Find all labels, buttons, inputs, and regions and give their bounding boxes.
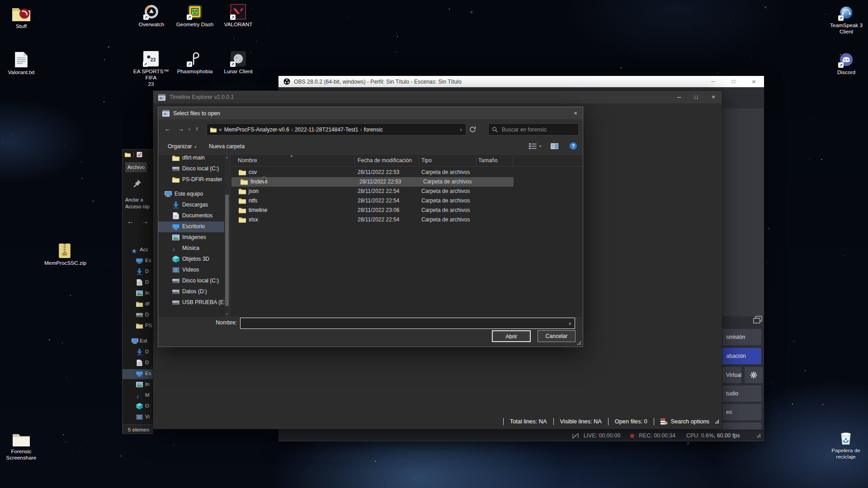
pin-icon[interactable] [132,178,142,188]
explorer-tree-item-Vi[interactable]: Vi [123,413,153,422]
column-header-Nombre[interactable]: Nombre [238,157,257,164]
statusbar-resize-grip[interactable] [715,419,719,424]
up-button[interactable]: ↑ [195,125,198,132]
desktop-icon-forensic-screenshare[interactable]: Forensic Screenshare [1,430,42,461]
dialog-tree-item-Escritorio[interactable]: Escritorio [158,221,224,232]
explorer-tree-item-PS[interactable]: PS [123,321,153,331]
close-button[interactable]: × [568,107,583,119]
cancel-button[interactable]: Cancelar [538,330,576,342]
obs-button-hidden[interactable] [719,422,761,429]
dialog-title-bar[interactable]: Select files to open × [158,107,583,119]
file-row-json[interactable]: json28/11/2022 22:54Carpeta de archivos [231,187,582,196]
dialog-tree-item-Objetos 3D[interactable]: Objetos 3D [158,254,224,265]
dialog-tree-item-Este equipo[interactable]: Este equipo [158,189,224,200]
pin-to-quick-access-label[interactable]: Anclar a Acceso ráp [125,197,150,210]
obs-button-tudio[interactable]: tudio [719,385,761,402]
maximize-button[interactable]: □ [723,76,744,87]
file-name-input[interactable] [242,319,561,328]
desktop-icon-phasmophobia[interactable]: ↗Phasmophobia [175,50,215,75]
dialog-tree-item-Disco local (C:)[interactable]: Disco local (C:) [158,164,224,174]
preview-pane-icon[interactable] [551,143,558,149]
obs-button-abación[interactable]: abación [719,348,761,364]
dialog-resize-grip[interactable] [577,341,581,345]
new-folder-button[interactable]: Nueva carpeta [209,143,245,150]
dialog-tree-item-Música[interactable]: ♪Música [158,243,224,254]
search-input[interactable] [501,126,575,133]
dialog-tree-item-Vídeos[interactable]: Vídeos [158,265,224,276]
desktop-icon-geometry-dash[interactable]: ↗Geometry Dash [175,3,215,28]
desktop-icon-fifa23[interactable]: 23↗EA SPORTS™ FIFA 23 [131,50,171,87]
close-button[interactable]: × [744,76,764,87]
desktop-icon-lunar-client[interactable]: ↗Lunar Client [218,50,259,75]
file-row-xlsx[interactable]: xlsx28/11/2022 22:54Carpeta de archivos [231,215,582,225]
tree-scrollbar[interactable]: ∧ ∨ [225,155,229,317]
explorer-tree-item-D[interactable]: D [123,278,153,288]
address-dropdown-icon[interactable]: ∨ [459,127,462,132]
breadcrumb-segment-MemProcFS-Analyzer-v0.6[interactable]: MemProcFS-Analyzer-v0.6 [224,127,289,133]
organize-button[interactable]: Organizar▾ [168,143,196,150]
desktop-icon-discord[interactable]: ↗Discord [826,51,867,75]
change-view-icon[interactable] [529,143,537,149]
dialog-tree-item-USB PRUEBA (E:)[interactable]: USB PRUEBA (E:) [158,297,224,308]
explorer-tree-item-In[interactable]: In [123,289,153,299]
obs-button-smisión[interactable]: smisión [719,329,761,345]
column-header-Tamaño[interactable]: Tamaño [478,157,498,164]
column-header-Fecha de modificación[interactable]: Fecha de modificación [358,157,412,164]
back-button[interactable]: ← [165,125,171,132]
scrollbar-thumb[interactable] [225,195,229,306]
dialog-tree-item-PS-DFIR-master[interactable]: PS-DFIR-master [158,174,224,185]
dialog-tree-item-dfirt-main[interactable]: dfirt-main [158,153,224,164]
explorer-tree-item-Est[interactable]: Est [123,337,153,347]
explorer-tree-item-D[interactable]: D [123,347,153,357]
forward-button[interactable]: → [142,217,149,225]
maximize-button[interactable]: □ [688,91,705,103]
obs-button-es[interactable]: es [719,404,761,420]
combobox-dropdown-icon[interactable]: ∨ [568,321,571,326]
desktop-icon-teamspeak[interactable]: ↗TeamSpeak 3 Client [826,4,867,35]
dialog-tree-item-Imágenes[interactable]: Imágenes [158,232,224,243]
view-dropdown-icon[interactable]: ▾ [539,144,541,148]
explorer-tree-item-In[interactable]: In [123,380,153,390]
minimize-button[interactable]: ─ [703,76,723,87]
desktop-icon-valorant[interactable]: ↗VALORANT [218,3,259,28]
column-separator[interactable] [476,156,476,165]
file-row-ntfs[interactable]: ntfs28/11/2022 22:54Carpeta de archivos [231,196,582,206]
dialog-tree-item-Documentos[interactable]: Documentos [158,211,224,221]
help-icon[interactable]: ? [570,142,577,150]
explorer-tree-item-D[interactable]: D [123,358,153,368]
scroll-down-arrow[interactable]: ∨ [225,312,229,316]
explorer-tree-item-Es[interactable]: Es [123,256,153,266]
breadcrumb-segment-forensic[interactable]: forensic [364,127,383,133]
explorer-tree-item-df[interactable]: df [123,300,153,310]
close-button[interactable]: × [705,91,722,103]
dialog-tree-item-Datos (D:)[interactable]: Datos (D:) [158,286,224,297]
explorer-tree-item-O[interactable]: O [123,402,153,412]
column-separator[interactable] [513,156,513,165]
file-row-findevil[interactable]: findevil28/11/2022 22:53Carpeta de archi… [231,177,514,187]
timeline-explorer-title-bar[interactable]: Timeline Explorer v2.0.0.1 ─ □ × [153,91,722,103]
forward-button[interactable]: → [178,125,184,132]
desktop-icon-valorant-txt[interactable]: Valorant.txt [1,51,42,75]
recent-locations-dropdown[interactable]: ∨ [188,127,191,131]
column-separator[interactable] [354,156,355,165]
desktop-icon-memprocssc-zip[interactable]: MemProcSSC.zip [44,241,85,266]
dialog-tree-item-Descargas[interactable]: Descargas [158,200,224,211]
obs-settings-gear-button[interactable] [745,367,763,383]
refresh-icon[interactable] [469,126,476,133]
resize-grip[interactable] [756,433,761,438]
file-row-csv[interactable]: csv28/11/2022 22:53Carpeta de archivos [231,168,582,177]
desktop-icon-recycle-bin[interactable]: Papelera de reciclaje [826,429,866,460]
obs-title-bar[interactable]: OBS 28.0.2 (64-bit, windows) - Perfil: S… [278,76,764,87]
scroll-up-arrow[interactable]: ∧ [225,156,229,160]
popout-dock-icon[interactable] [753,316,762,324]
address-bar[interactable]: « MemProcFS-Analyzer-v0.6›2022-11-28T214… [207,123,466,136]
column-separator[interactable] [419,156,419,165]
checkbox-icon[interactable] [137,152,142,157]
explorer-tree-item-M[interactable]: ♪M [123,391,153,401]
breadcrumb-overflow[interactable]: « [219,127,222,133]
desktop-icon-overwatch[interactable]: ↗Overwatch [131,3,172,28]
open-button[interactable]: Abrir [492,330,531,342]
explorer-tree-item-Acc[interactable]: ★Acc [123,245,153,255]
explorer-tree-item-D[interactable]: D [123,310,153,320]
desktop-icon-stuff[interactable]: Stuff [1,5,42,29]
